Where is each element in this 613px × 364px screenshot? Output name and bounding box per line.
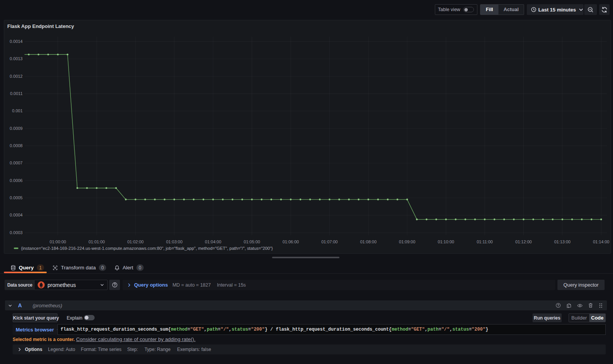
svg-text:0.0004: 0.0004	[10, 213, 23, 217]
svg-text:01:02:00: 01:02:00	[127, 239, 144, 244]
svg-text:01:08:00: 01:08:00	[360, 239, 377, 244]
svg-text:0.0014: 0.0014	[10, 39, 23, 44]
svg-text:0.0007: 0.0007	[10, 161, 23, 165]
svg-text:01:12:00: 01:12:00	[515, 239, 532, 244]
svg-text:0.0003: 0.0003	[10, 230, 23, 235]
svg-text:01:06:00: 01:06:00	[282, 239, 299, 244]
svg-text:01:05:00: 01:05:00	[244, 239, 260, 244]
svg-text:01:13:00: 01:13:00	[554, 239, 570, 244]
svg-text:01:03:00: 01:03:00	[166, 239, 182, 244]
svg-text:01:10:00: 01:10:00	[438, 239, 454, 244]
svg-text:0.0012: 0.0012	[10, 74, 23, 79]
svg-text:01:01:00: 01:01:00	[89, 239, 105, 244]
svg-text:0.0006: 0.0006	[10, 178, 23, 183]
svg-text:01:04:00: 01:04:00	[205, 239, 221, 244]
svg-text:01:07:00: 01:07:00	[321, 239, 338, 244]
svg-text:0.001: 0.001	[12, 108, 23, 113]
svg-text:01:09:00: 01:09:00	[399, 239, 415, 244]
svg-text:0.0011: 0.0011	[10, 91, 23, 96]
svg-text:0.0009: 0.0009	[10, 126, 23, 131]
svg-text:0.0008: 0.0008	[10, 143, 23, 148]
svg-text:0.0005: 0.0005	[10, 195, 23, 200]
svg-text:01:00:00: 01:00:00	[50, 239, 66, 244]
svg-text:01:14:00: 01:14:00	[593, 239, 610, 244]
svg-text:01:11:00: 01:11:00	[477, 239, 493, 244]
svg-text:0.0013: 0.0013	[10, 56, 23, 61]
